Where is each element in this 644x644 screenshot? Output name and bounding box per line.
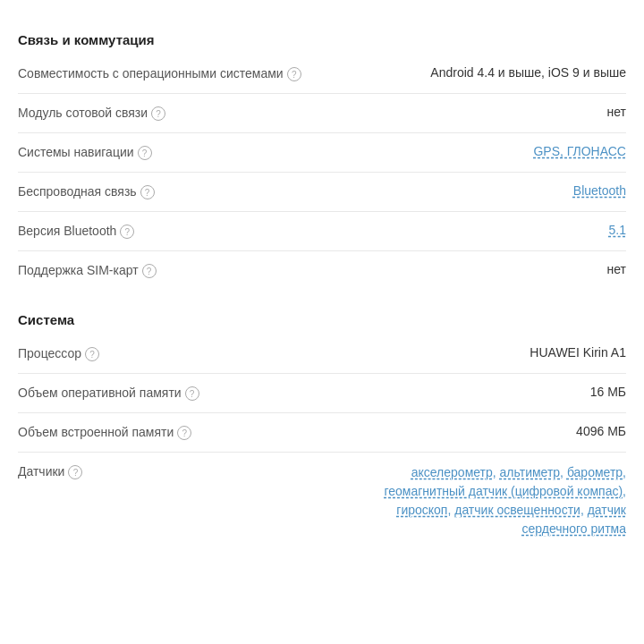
help-icon-wireless[interactable]: ? xyxy=(140,185,155,199)
help-icon-sensors[interactable]: ? xyxy=(68,465,82,479)
spec-value-processor: HUAWEI Kirin A1 xyxy=(335,345,626,360)
sensor-link-1[interactable]: альтиметр xyxy=(500,465,561,479)
spec-value-sim-support: нет xyxy=(335,262,626,276)
spec-value-cellular: нет xyxy=(335,105,626,119)
help-icon-processor[interactable]: ? xyxy=(85,347,99,361)
section-header-system: Система xyxy=(18,298,626,335)
spec-label-storage: Объем встроенной памяти? xyxy=(18,424,335,440)
spec-row-sensors: Датчики?акселерометр, альтиметр, баромет… xyxy=(18,453,626,549)
spec-label-cellular: Модуль сотовой связи? xyxy=(18,105,335,121)
spec-label-os-compatibility: Совместимость с операционными системами? xyxy=(18,65,335,81)
spec-label-text-os-compatibility: Совместимость с операционными системами xyxy=(18,66,284,80)
spec-label-text-processor: Процессор xyxy=(18,346,81,360)
spec-label-text-sensors: Датчики xyxy=(18,464,64,479)
spec-row-navigation: Системы навигации?GPS, ГЛОНАСС xyxy=(18,133,626,173)
spec-label-text-cellular: Модуль сотовой связи xyxy=(18,106,148,120)
spec-row-os-compatibility: Совместимость с операционными системами?… xyxy=(18,55,626,94)
sensor-link-3[interactable]: геомагнитный датчик (цифровой компас) xyxy=(384,484,623,498)
section-system: СистемаПроцессор?HUAWEI Kirin A1Объем оп… xyxy=(18,298,626,549)
help-icon-ram[interactable]: ? xyxy=(185,386,199,401)
spec-value-sensors: акселерометр, альтиметр, барометр, геома… xyxy=(335,463,626,538)
spec-row-sim-support: Поддержка SIM-карт?нет xyxy=(18,251,626,291)
spec-label-ram: Объем оперативной памяти? xyxy=(18,385,335,401)
spec-label-text-wireless: Беспроводная связь xyxy=(18,184,137,199)
help-icon-cellular[interactable]: ? xyxy=(151,106,165,121)
spec-row-cellular: Модуль сотовой связи?нет xyxy=(18,94,626,133)
spec-label-sensors: Датчики? xyxy=(18,463,335,479)
section-header-connectivity: Связь и коммутация xyxy=(18,18,626,55)
page-container: Связь и коммутацияСовместимость с операц… xyxy=(0,0,644,574)
spec-row-processor: Процессор?HUAWEI Kirin A1 xyxy=(18,335,626,374)
spec-label-text-sim-support: Поддержка SIM-карт xyxy=(18,263,139,277)
help-icon-os-compatibility[interactable]: ? xyxy=(287,67,301,81)
help-icon-sim-support[interactable]: ? xyxy=(142,264,157,278)
spec-row-wireless: Беспроводная связь?Bluetooth xyxy=(18,173,626,212)
spec-label-sim-support: Поддержка SIM-карт? xyxy=(18,262,335,278)
spec-row-ram: Объем оперативной памяти?16 МБ xyxy=(18,374,626,413)
spec-label-text-bluetooth-version: Версия Bluetooth xyxy=(18,224,116,238)
help-icon-bluetooth-version[interactable]: ? xyxy=(120,225,134,239)
spec-row-storage: Объем встроенной памяти?4096 МБ xyxy=(18,413,626,453)
spec-value-os-compatibility: Android 4.4 и выше, iOS 9 и выше xyxy=(335,65,626,80)
spec-label-wireless: Беспроводная связь? xyxy=(18,183,335,199)
spec-label-text-navigation: Системы навигации xyxy=(18,145,134,159)
spec-value-ram: 16 МБ xyxy=(335,385,626,399)
spec-label-navigation: Системы навигации? xyxy=(18,144,335,160)
spec-label-processor: Процессор? xyxy=(18,345,335,361)
spec-row-bluetooth-version: Версия Bluetooth?5.1 xyxy=(18,212,626,251)
sensor-link-5[interactable]: датчик освещенности xyxy=(454,503,580,517)
section-connectivity: Связь и коммутацияСовместимость с операц… xyxy=(18,18,626,291)
spec-value-bluetooth-version: 5.1 xyxy=(335,223,626,237)
spec-label-text-storage: Объем встроенной памяти xyxy=(18,425,174,439)
sensor-link-2[interactable]: барометр xyxy=(567,465,623,479)
help-icon-storage[interactable]: ? xyxy=(177,426,191,440)
help-icon-navigation[interactable]: ? xyxy=(138,146,152,160)
sensor-link-4[interactable]: гироскоп xyxy=(396,503,447,517)
sensor-link-0[interactable]: акселерометр xyxy=(411,465,493,479)
spec-label-text-ram: Объем оперативной памяти xyxy=(18,386,182,400)
spec-value-wireless: Bluetooth xyxy=(335,183,626,198)
spec-value-storage: 4096 МБ xyxy=(335,424,626,438)
spec-value-navigation: GPS, ГЛОНАСС xyxy=(335,144,626,158)
spec-label-bluetooth-version: Версия Bluetooth? xyxy=(18,223,335,239)
